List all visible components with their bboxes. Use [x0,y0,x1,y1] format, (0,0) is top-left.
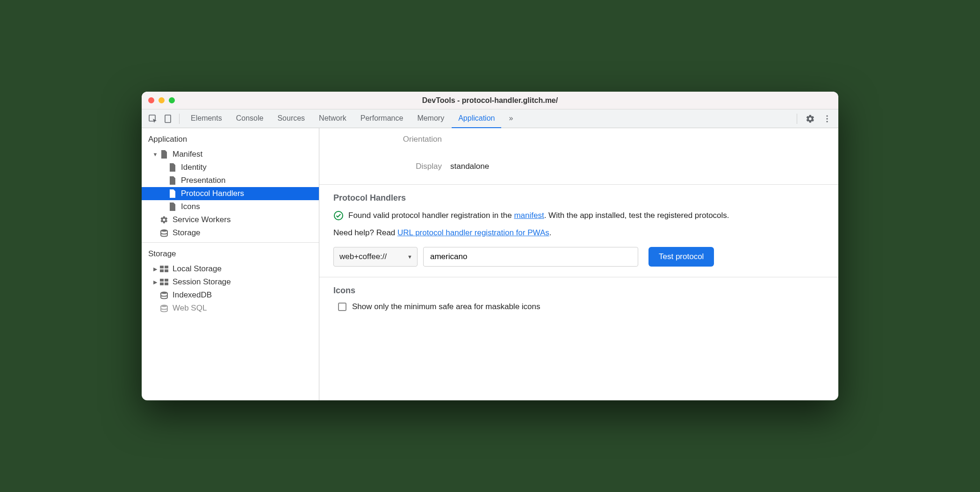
sidebar-item-session-storage[interactable]: ▶ Session Storage [142,275,319,289]
sidebar-item-indexeddb[interactable]: IndexedDB [142,289,319,302]
sidebar-item-manifest[interactable]: ▼ Manifest [142,148,319,161]
sidebar-item-label: Presentation [181,176,225,185]
database-icon [159,290,169,300]
inspect-element-icon[interactable] [146,112,159,125]
devtools-window: DevTools - protocol-handler.glitch.me/ E… [142,92,838,400]
sidebar-item-label: Session Storage [173,277,231,287]
section-title: Protocol Handlers [333,193,824,203]
close-window-button[interactable] [148,97,154,103]
svg-point-5 [161,230,167,232]
sidebar-item-label: Protocol Handlers [181,189,244,198]
caret-down-icon: ▼ [407,254,412,260]
select-value: web+coffee:// [339,252,387,261]
tab-application[interactable]: Application [452,109,501,128]
sidebar-section-storage: Storage [142,246,319,262]
device-toolbar-icon[interactable] [161,112,174,125]
sidebar-item-identity[interactable]: Identity [142,161,319,174]
tab-sources[interactable]: Sources [271,109,311,128]
svg-rect-10 [160,279,164,282]
expand-arrow-icon: ▶ [152,266,159,272]
grid-icon [159,264,169,274]
titlebar: DevTools - protocol-handler.glitch.me/ [142,92,838,109]
sidebar-item-label: Identity [181,163,207,172]
tab-performance[interactable]: Performance [354,109,410,128]
help-link[interactable]: URL protocol handler registration for PW… [397,228,549,237]
settings-icon[interactable] [804,112,817,125]
gear-icon [159,215,169,224]
svg-rect-7 [165,266,168,268]
svg-rect-13 [165,282,168,285]
sidebar-item-protocol-handlers[interactable]: Protocol Handlers [142,187,319,200]
protocol-path-input[interactable] [423,247,638,267]
svg-point-2 [826,115,828,116]
tab-console[interactable]: Console [230,109,270,128]
expand-arrow-icon: ▶ [152,279,159,285]
sidebar-item-label: Local Storage [173,264,222,274]
sidebar-item-icons[interactable]: Icons [142,200,319,213]
sidebar-item-service-workers[interactable]: Service Workers [142,213,319,226]
tab-network[interactable]: Network [312,109,353,128]
svg-rect-9 [165,269,168,272]
check-circle-icon [333,210,344,221]
window-title: DevTools - protocol-handler.glitch.me/ [422,96,558,105]
more-tabs-button[interactable]: » [502,109,519,128]
property-row-orientation: Orientation [333,132,824,147]
svg-point-15 [161,305,167,307]
kebab-menu-icon[interactable] [821,112,834,125]
help-text: Need help? Read URL protocol handler reg… [333,228,824,238]
file-icon [159,150,169,159]
application-sidebar: Application ▼ Manifest Identity Presenta… [142,128,319,400]
sidebar-item-label: Manifest [173,150,202,159]
sidebar-item-local-storage[interactable]: ▶ Local Storage [142,262,319,275]
status-text: Found valid protocol handler registratio… [348,210,729,222]
sidebar-item-label: Service Workers [173,215,231,224]
property-label: Display [333,162,450,171]
toolbar-right [794,112,834,125]
tab-memory[interactable]: Memory [411,109,451,128]
svg-rect-1 [165,115,171,123]
property-row-display: Display standalone [333,159,824,174]
svg-point-4 [826,121,828,122]
separator [179,114,180,124]
protocol-handlers-section: Protocol Handlers Found valid protocol h… [319,184,838,277]
separator [797,114,797,124]
file-icon [168,163,177,172]
panel-tabs: Elements Console Sources Network Perform… [184,109,792,128]
window-controls [148,97,175,103]
checkbox-label: Show only the minimum safe area for mask… [352,302,540,311]
database-icon [159,304,169,313]
main-toolbar: Elements Console Sources Network Perform… [142,109,838,128]
section-title: Icons [333,286,824,296]
test-protocol-form: web+coffee:// ▼ Test protocol [333,247,824,267]
sidebar-item-websql[interactable]: Web SQL [142,302,319,315]
properties-section: Orientation Display standalone [319,128,838,184]
expand-arrow-icon: ▼ [152,152,159,157]
grid-icon [159,277,169,287]
panel-body: Application ▼ Manifest Identity Presenta… [142,128,838,400]
tab-elements[interactable]: Elements [184,109,229,128]
sidebar-item-label: Web SQL [173,304,207,313]
icons-section: Icons Show only the minimum safe area fo… [319,277,838,322]
file-icon [168,176,177,185]
status-message: Found valid protocol handler registratio… [333,210,824,222]
property-value: standalone [450,162,489,171]
minimize-window-button[interactable] [159,97,165,103]
sidebar-item-label: Storage [173,228,201,238]
checkbox[interactable] [338,303,346,311]
svg-point-14 [161,292,167,294]
protocol-select[interactable]: web+coffee:// ▼ [333,247,418,267]
sidebar-section-application: Application [142,131,319,148]
sidebar-item-label: Icons [181,202,200,211]
sidebar-item-storage[interactable]: Storage [142,226,319,239]
sidebar-item-presentation[interactable]: Presentation [142,174,319,187]
property-label: Orientation [333,135,450,144]
manifest-link[interactable]: manifest [514,211,544,220]
svg-rect-11 [165,279,168,282]
file-icon [168,202,177,211]
file-icon [168,189,177,198]
svg-rect-8 [160,269,164,272]
sidebar-item-label: IndexedDB [173,290,212,300]
divider [142,242,319,243]
test-protocol-button[interactable]: Test protocol [649,247,714,267]
maximize-window-button[interactable] [169,97,175,103]
